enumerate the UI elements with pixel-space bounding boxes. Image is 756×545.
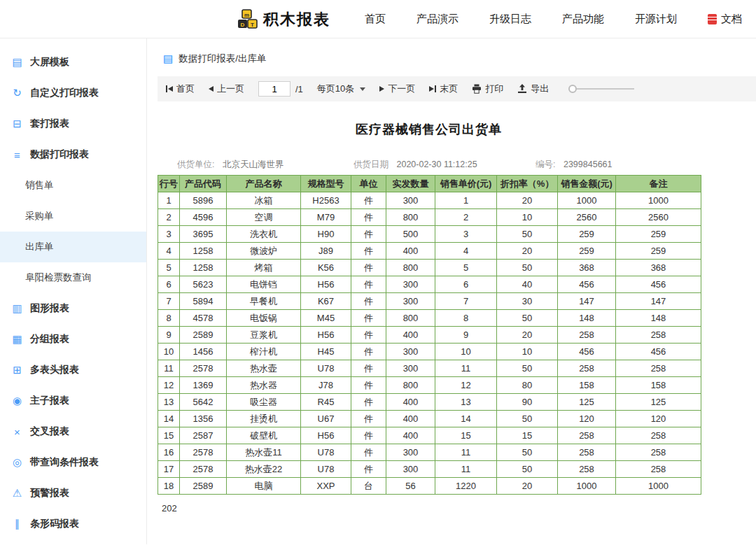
table-cell: 12 [435,377,497,394]
nav-item-label: 升级日志 [489,13,531,26]
logo-text: 积木报表 [263,9,330,30]
table-cell: 400 [386,411,435,427]
table-cell: 300 [386,461,435,478]
sidebar-item-fuyang-ticket-query[interactable]: 阜阳检票数查询 [0,262,146,293]
table-header-row: 行号产品代码产品名称规格型号单位实发数量销售单价(元)折扣率（%）销售金额(元)… [158,176,701,192]
logo[interactable]: m D T 积木报表 [237,0,330,38]
sidebar-item-master-detail-report[interactable]: ◉主子报表 [0,385,146,416]
warning-icon: ⚠ [11,487,23,500]
sidebar-item-chart-report[interactable]: ▥图形报表 [0,293,146,324]
sidebar-item-barcode-report[interactable]: ∥条形码报表 [0,509,146,539]
table-cell: 50 [497,461,558,478]
sidebar-item-label: 主子报表 [30,395,69,407]
nav-item-docs[interactable]: 文档 [708,13,742,26]
table-cell: 5642 [180,394,227,411]
table-cell: 5 [435,260,497,276]
page-number-input[interactable] [258,81,290,97]
table-cell: J89 [301,243,351,260]
nav-item-changelog[interactable]: 升级日志 [489,13,531,26]
sidebar-item-big-screen-template[interactable]: ▤大屏模板 [0,47,146,78]
sidebar-item-cross-report[interactable]: ×交叉报表 [0,416,146,447]
screen-icon: ▤ [11,56,23,69]
sidebar-item-label: 预警报表 [30,487,69,500]
sidebar-item-query-condition-report[interactable]: ◎带查询条件报表 [0,447,146,478]
supplier-info: 供货单位: 北京天山海世界 [177,159,354,171]
table-cell: 259 [616,243,701,260]
next-page-button[interactable]: 下一页 [379,83,415,95]
table-cell: 10 [497,209,558,226]
table-cell: 30 [497,293,558,310]
table-cell: 148 [558,310,616,327]
table-cell: 1000 [616,192,701,209]
table-cell: 2 [158,209,180,226]
table-cell: 4 [158,243,180,260]
zoom-slider[interactable] [568,85,634,93]
sidebar-item-custom-print-report[interactable]: ↻自定义打印报表 [0,78,146,108]
nav-item-product-features[interactable]: 产品功能 [562,13,604,26]
nav-item-label: 首页 [365,13,386,26]
table-cell: 1456 [180,344,227,360]
sidebar-item-group-report[interactable]: ▦分组报表 [0,324,146,355]
table-cell: 1 [435,192,497,209]
nav-item-open-source-plan[interactable]: 开源计划 [635,13,677,26]
supply-date-info: 供货日期 2020-02-30 11:12:25 [354,159,536,171]
first-page-button[interactable]: 首页 [166,83,195,95]
prev-page-label: 上一页 [217,83,244,95]
table-cell: 件 [351,243,386,260]
page-size-select[interactable]: 每页10条 [317,83,365,95]
table-cell: 300 [386,344,435,360]
table-cell: 15 [158,427,180,444]
nav-item-product-demo[interactable]: 产品演示 [416,13,458,26]
sidebar-item-purchase-order[interactable]: 采购单 [0,201,146,232]
export-button[interactable]: 导出 [517,83,549,95]
table-row: 51258烤箱K56件800550368368 [158,260,701,276]
sidebar-item-sales-order[interactable]: 销售单 [0,170,146,201]
page-size-label: 每页10条 [317,83,354,95]
nav-item-label: 开源计划 [635,13,677,26]
table-cell: 2589 [180,327,227,344]
pagination-toolbar: 首页 上一页 /1 每页10条 下一页 [158,76,756,101]
table-cell: 挂烫机 [227,411,301,427]
slider-handle[interactable] [568,85,577,93]
table-cell: 件 [351,209,386,226]
table-cell: 台 [351,478,386,495]
sidebar-item-label: 出库单 [25,241,54,253]
sidebar-item-label: 数据打印报表 [30,148,89,161]
print-button[interactable]: 打印 [472,83,503,95]
sidebar-item-data-print-report[interactable]: ≡数据打印报表 [0,139,146,170]
sidebar-item-label: 套打报表 [30,118,69,130]
table-cell: 400 [386,327,435,344]
table-cell: 烤箱 [227,260,301,276]
table-cell: 800 [386,310,435,327]
table-cell: M45 [301,310,351,327]
table-cell: H56 [301,427,351,444]
table-cell: 4578 [180,310,227,327]
table-cell: 1 [158,192,180,209]
sidebar-item-label: 条形码报表 [30,518,79,530]
sidebar-item-label: 销售单 [25,179,54,192]
table-cell: U78 [301,461,351,478]
sidebar-item-label: 交叉报表 [30,425,69,438]
table-cell: J78 [301,377,351,394]
table-cell: 368 [558,260,616,276]
export-icon [517,84,527,94]
sidebar-item-outbound-order[interactable]: 出库单 [0,232,146,262]
table-cell: 件 [351,192,386,209]
prev-page-button[interactable]: 上一页 [209,83,244,95]
first-page-label: 首页 [176,83,195,95]
sidebar-item-multi-header-report[interactable]: ⊞多表头报表 [0,355,146,385]
table-cell: 电脑 [227,478,301,495]
table-cell: 258 [558,427,616,444]
sidebar-item-warning-report[interactable]: ⚠预警报表 [0,478,146,509]
table-cell: 56 [386,478,435,495]
table-row: 65623电饼铛H56件300640456456 [158,276,701,293]
last-page-button[interactable]: 末页 [429,83,458,95]
nav-item-home[interactable]: 首页 [365,13,386,26]
sidebar-item-overlay-print-report[interactable]: ⊟套打报表 [0,108,146,139]
table-cell: 11 [435,360,497,377]
table-cell: 13 [158,394,180,411]
table-cell: 2560 [558,209,616,226]
table-cell: 258 [558,327,616,344]
table-row: 152587破壁机H56件4001515258258 [158,427,701,444]
table-cell: 件 [351,293,386,310]
